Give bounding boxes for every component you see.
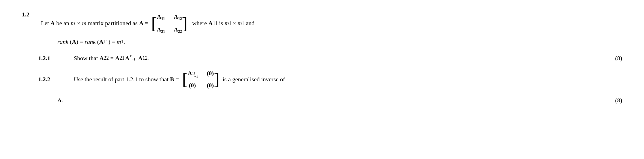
- B-left-bracket: [: [182, 72, 188, 86]
- A-period: .: [62, 95, 63, 105]
- problem-block: 1.2 Let A be an m × m matrix partitioned…: [22, 11, 622, 105]
- m1-right-sub: 1: [242, 19, 244, 28]
- m1-rank: m: [117, 36, 121, 48]
- subpart-122-block: 1.2.2 Use the result of part 1.2.1 to sh…: [22, 68, 622, 105]
- A21-expr: A: [115, 53, 120, 63]
- cell-A21: A21: [157, 24, 165, 36]
- B-bold: B: [170, 74, 174, 84]
- subpart-121-block: 1.2.1 Show that A22 = A21 A11−1 A12 . (8…: [22, 53, 622, 63]
- eq-B: =: [174, 74, 180, 84]
- eq-number-121: (8): [607, 53, 622, 63]
- continuation-line: A . (8): [57, 95, 622, 105]
- matrix-B: [ A11−1 (0) (0) (0) ]: [182, 68, 220, 90]
- A11-rank-sub: 11: [104, 37, 108, 47]
- m-x-m-text: m × m: [71, 18, 87, 29]
- right-bracket: ]: [182, 16, 188, 31]
- m1-sub: 1: [229, 19, 231, 28]
- subpart-122-label: 1.2.2: [38, 74, 74, 84]
- subpart-121-content: Show that A22 = A21 A11−1 A12 . (8): [74, 53, 622, 63]
- matrix-partitioned-text: matrix partitioned as: [88, 18, 138, 29]
- matrix-grid: A11 A12 A21 A22: [157, 11, 182, 36]
- subpart-122-content: Use the result of part 1.2.1 to show tha…: [74, 68, 622, 90]
- and-text-end: and: [244, 18, 255, 29]
- B-cell-22: (0): [207, 80, 214, 90]
- cell-A11: A11: [157, 11, 165, 23]
- matrix-b-grid: A11−1 (0) (0) (0): [188, 68, 214, 90]
- problem-number: 1.2: [22, 11, 41, 18]
- eq-1: =: [109, 53, 115, 63]
- A-eq-label: A =: [139, 18, 148, 29]
- B-right-bracket: ]: [214, 72, 220, 86]
- be-an-text: be an: [56, 18, 69, 29]
- A-bold: A: [51, 18, 55, 29]
- problem-text-block: Let A be an m × m matrix partitioned as …: [41, 11, 622, 48]
- eq-number-122: (8): [607, 95, 622, 105]
- show-that-text: Show that: [74, 53, 99, 63]
- A12-sub: 12: [143, 54, 147, 62]
- cell-A12: A12: [174, 11, 182, 23]
- A11-where: A: [208, 18, 213, 29]
- subpart-121-row: 1.2.1 Show that A22 = A21 A11−1 A12 . (8…: [22, 53, 622, 63]
- is-text: is: [218, 18, 225, 29]
- left-bracket: [: [151, 16, 157, 31]
- problem-line1: Let A be an m × m matrix partitioned as …: [41, 11, 622, 36]
- m1-x-m1: m: [224, 18, 229, 29]
- m1-rank-sub: 1: [121, 37, 123, 47]
- problem-12-row: 1.2 Let A be an m × m matrix partitioned…: [22, 11, 622, 48]
- A22-lhs: A: [99, 53, 104, 63]
- subpart-121-label: 1.2.1: [38, 53, 74, 63]
- matrix-A: [ A11 A12 A21 A22 ]: [151, 11, 188, 36]
- A-rank: A: [72, 36, 76, 48]
- B-cell-11: A11−1: [188, 68, 197, 78]
- problem-line2: rank (A) = rank (A11) = m1.: [57, 36, 622, 48]
- period-121: .: [147, 53, 149, 63]
- where-text: , where: [189, 18, 208, 29]
- A21-sub: 21: [120, 54, 125, 62]
- use-result-text: Use the result of part 1.2.1 to show tha…: [74, 74, 170, 84]
- A11-inv-expr: A: [125, 53, 129, 63]
- times-m1: ×: [233, 18, 236, 29]
- A22-lhs-sub: 22: [104, 54, 109, 62]
- B-cell-21: (0): [188, 80, 197, 90]
- rank-italic: rank: [57, 36, 68, 48]
- m1-right: m: [238, 18, 242, 29]
- A11-rank: A: [99, 36, 104, 48]
- A-continuation: A: [57, 95, 62, 105]
- B-cell-12: (0): [207, 68, 214, 78]
- intro-let: Let: [41, 18, 49, 29]
- period-line2: .: [123, 36, 125, 48]
- A11-sub-where: 11: [213, 19, 218, 28]
- subpart-122-row: 1.2.2 Use the result of part 1.2.1 to sh…: [22, 68, 622, 90]
- cell-A22: A22: [174, 24, 182, 36]
- is-generalised-text: is a generalised inverse of: [221, 74, 285, 84]
- rank2-italic: rank: [85, 36, 96, 48]
- A12-expr: A: [138, 53, 143, 63]
